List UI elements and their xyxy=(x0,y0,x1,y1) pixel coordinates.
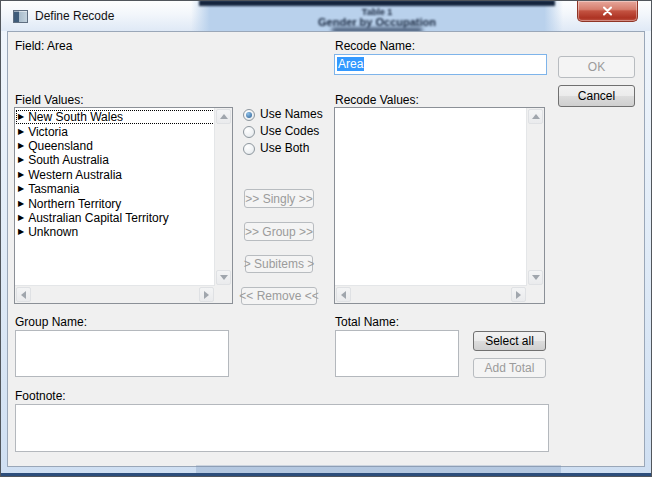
scroll-left-button[interactable] xyxy=(336,287,351,302)
up-arrow-icon xyxy=(220,114,228,119)
down-arrow-icon xyxy=(220,275,228,280)
title-bar[interactable]: Table 1 Gender by Occupation Define Reco… xyxy=(1,1,651,31)
selected-text: Area xyxy=(337,57,364,71)
group-name-input[interactable] xyxy=(15,330,229,377)
radio-option[interactable]: Use Codes xyxy=(243,123,323,140)
expand-arrow-icon: ▶ xyxy=(18,200,24,208)
background-window-titlebar: Table 1 Gender by Occupation xyxy=(191,1,563,31)
recode-name-label: Recode Name: xyxy=(335,39,415,53)
expand-arrow-icon: ▶ xyxy=(18,185,24,193)
scroll-left-button[interactable] xyxy=(16,287,31,302)
vertical-scrollbar[interactable] xyxy=(526,108,544,286)
close-icon xyxy=(602,6,613,16)
dialog-title: Define Recode xyxy=(35,9,114,23)
left-arrow-icon xyxy=(21,291,26,299)
list-item[interactable]: ▶ Victoria xyxy=(16,124,215,138)
scrollbar-corner xyxy=(527,286,544,303)
frame-bottom-shade xyxy=(196,465,561,473)
scroll-down-button[interactable] xyxy=(528,270,543,285)
list-item[interactable]: ▶ New South Wales xyxy=(16,110,215,124)
list-item[interactable]: ▶ Australian Capital Territory xyxy=(16,211,215,225)
down-arrow-icon xyxy=(532,275,540,280)
radio-option[interactable]: Use Names xyxy=(243,106,323,123)
value-mode-radio-group: Use Names Use Codes Use Both xyxy=(243,106,323,157)
footnote-label: Footnote: xyxy=(15,389,66,403)
list-item[interactable]: ▶ Queensland xyxy=(16,139,215,153)
remove-button[interactable]: << Remove << xyxy=(241,287,317,305)
scroll-down-button[interactable] xyxy=(216,270,231,285)
singly-button[interactable]: >> Singly >> xyxy=(244,189,314,208)
expand-arrow-icon: ▶ xyxy=(18,128,24,136)
recode-name-input[interactable]: Area xyxy=(334,54,547,75)
expand-arrow-icon: ▶ xyxy=(18,228,24,236)
horizontal-scrollbar[interactable] xyxy=(15,285,215,303)
subitems-button[interactable]: > Subitems > xyxy=(245,255,313,273)
dialog-icon xyxy=(13,10,28,23)
background-window-title-line2: Gender by Occupation xyxy=(191,16,563,28)
right-arrow-icon xyxy=(204,291,209,299)
add-total-button[interactable]: Add Total xyxy=(473,358,546,378)
radio-icon xyxy=(243,126,255,138)
define-recode-dialog: Table 1 Gender by Occupation Define Reco… xyxy=(0,0,652,477)
scrollbar-corner xyxy=(215,286,232,303)
recode-values-label: Recode Values: xyxy=(335,93,419,107)
vertical-scrollbar[interactable] xyxy=(214,108,232,286)
right-arrow-icon xyxy=(516,291,521,299)
expand-arrow-icon: ▶ xyxy=(18,113,24,121)
expand-arrow-icon: ▶ xyxy=(18,142,24,150)
total-name-label: Total Name: xyxy=(335,315,399,329)
list-item[interactable]: ▶ Western Australia xyxy=(16,168,215,182)
frame-bottom-line xyxy=(1,473,651,476)
scroll-up-button[interactable] xyxy=(216,109,231,124)
cancel-button[interactable]: Cancel xyxy=(558,85,635,107)
field-label: Field: Area xyxy=(15,39,72,53)
background-window-frame xyxy=(199,1,555,6)
total-name-input[interactable] xyxy=(335,330,459,377)
field-values-label: Field Values: xyxy=(15,93,83,107)
up-arrow-icon xyxy=(532,114,540,119)
footnote-input[interactable] xyxy=(15,404,549,452)
radio-icon xyxy=(243,143,255,155)
expand-arrow-icon: ▶ xyxy=(18,171,24,179)
recode-values-list xyxy=(334,107,545,304)
list-item[interactable]: ▶ Unknown xyxy=(16,225,215,239)
scroll-right-button[interactable] xyxy=(511,287,526,302)
expand-arrow-icon: ▶ xyxy=(18,214,24,222)
list-item[interactable]: ▶ Northern Territory xyxy=(16,196,215,210)
list-item[interactable]: ▶ South Australia xyxy=(16,153,215,167)
scroll-up-button[interactable] xyxy=(528,109,543,124)
radio-option[interactable]: Use Both xyxy=(243,140,323,157)
close-button[interactable] xyxy=(577,1,638,22)
group-button[interactable]: >> Group >> xyxy=(244,222,314,241)
radio-icon xyxy=(243,109,255,121)
ok-button[interactable]: OK xyxy=(558,56,635,78)
list-item[interactable]: ▶ Tasmania xyxy=(16,182,215,196)
field-values-items: ▶ New South Wales ▶ Victoria ▶ Queenslan… xyxy=(15,108,215,286)
expand-arrow-icon: ▶ xyxy=(18,156,24,164)
group-name-label: Group Name: xyxy=(15,315,87,329)
left-arrow-icon xyxy=(341,291,346,299)
scroll-right-button[interactable] xyxy=(199,287,214,302)
field-values-list: ▶ New South Wales ▶ Victoria ▶ Queenslan… xyxy=(14,107,233,304)
select-all-button[interactable]: Select all xyxy=(473,331,546,351)
recode-values-items xyxy=(335,108,527,286)
horizontal-scrollbar[interactable] xyxy=(335,285,527,303)
